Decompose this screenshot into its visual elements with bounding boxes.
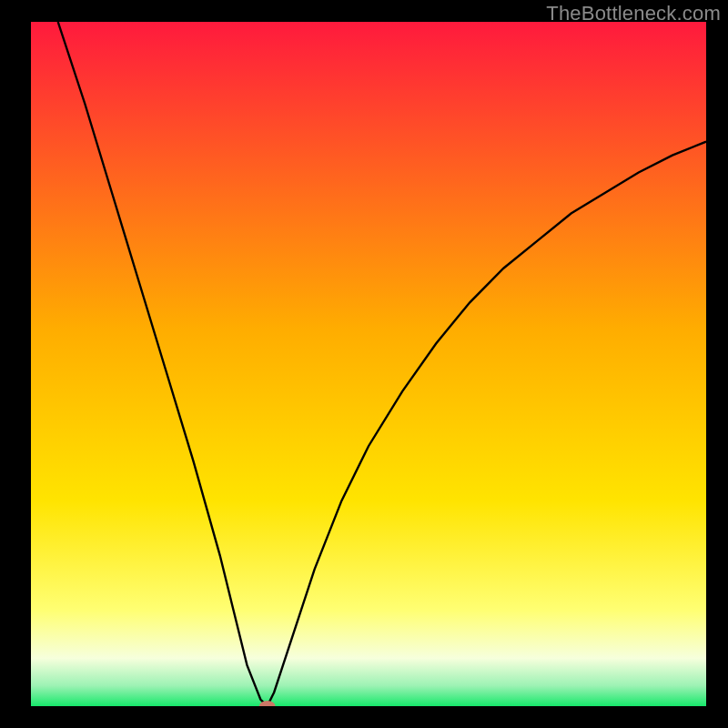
watermark-text: TheBottleneck.com	[546, 2, 721, 25]
bottleneck-chart	[31, 22, 706, 706]
plot-area	[31, 22, 706, 706]
chart-frame: TheBottleneck.com	[0, 0, 728, 728]
gradient-background	[31, 22, 706, 706]
